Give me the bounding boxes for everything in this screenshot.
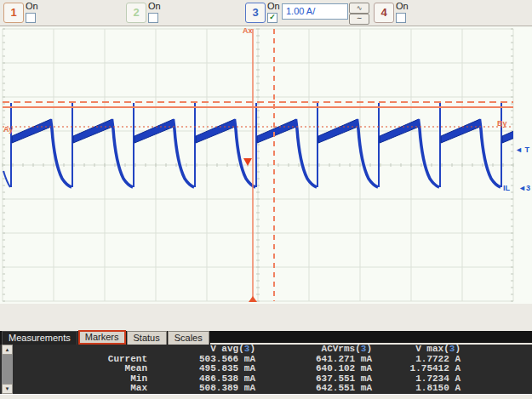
tab-scales[interactable]: Scales <box>168 331 209 345</box>
channel-3-trace-name: IL <box>503 185 510 192</box>
channel-3-ground-marker[interactable]: ◄3 <box>518 185 530 192</box>
marker-ay-label[interactable]: Ay <box>3 126 13 134</box>
table-header-row: V avg(3) ACVrms(3) V max(3) <box>0 345 532 355</box>
window-bottom-edge <box>0 394 532 399</box>
coupling-ac-icon[interactable]: ∿ <box>349 3 369 14</box>
channel-2-on-label: On <box>148 1 169 11</box>
channel-1-on-checkbox[interactable] <box>26 13 36 23</box>
trigger-level-marker[interactable]: ◄ T <box>515 146 529 154</box>
col-header-acvrms: ACVrms(3) <box>255 345 372 355</box>
channel-4-on-label: On <box>396 1 416 11</box>
tab-measurements[interactable]: Measurements <box>2 331 77 345</box>
tab-bar-filler <box>210 331 532 345</box>
channel-3-button[interactable]: 3 <box>245 3 266 23</box>
scroll-up-icon[interactable]: ▲ <box>2 345 13 355</box>
channel-3-on-checkbox[interactable]: ✓ <box>267 13 277 23</box>
oscilloscope-app: 1 On 2 On 3 On ✓ 1.00 A/ ∿ ∼ 4 On Ax Ay … <box>0 0 532 399</box>
col-header-vavg: V avg(3) <box>147 345 255 355</box>
channel-4-on-checkbox[interactable] <box>396 13 406 23</box>
table-row: Max 508.389 mA 642.551 mA 1.8150 A <box>0 384 532 394</box>
marker-by-label[interactable]: By <box>497 120 507 128</box>
results-tab-bar: Measurements Markers Status Scales <box>0 331 532 345</box>
channel-2-on-checkbox[interactable] <box>148 13 158 23</box>
channel-3-scale-field[interactable]: 1.00 A/ <box>282 3 348 20</box>
col-header-vmax: V max(3) <box>372 345 460 355</box>
channel-1-on-group: On <box>26 1 46 23</box>
channel-4-on-group: On <box>396 1 416 23</box>
coupling-dc-icon[interactable]: ∼ <box>349 14 369 25</box>
horizontal-trigger-toolbar: ↑ ▲ ▼ ▲ ▼ ↗ ☀ H 2.00 µs/ <box>0 304 532 331</box>
measurements-panel: V avg(3) ACVrms(3) V max(3) Current 503.… <box>0 345 532 394</box>
channel-2-button[interactable]: 2 <box>126 3 146 23</box>
table-row: Mean 495.835 mA 640.102 mA 1.75412 A <box>0 364 532 374</box>
tab-markers[interactable]: Markers <box>78 330 126 345</box>
channel-2-on-group: On <box>148 1 169 23</box>
channel-1-on-label: On <box>26 1 46 11</box>
waveform-display <box>0 26 532 305</box>
channel-toolbar: 1 On 2 On 3 On ✓ 1.00 A/ ∿ ∼ 4 On <box>0 0 532 26</box>
measurements-scrollbar[interactable]: ▲ ▼ <box>2 345 13 394</box>
tab-status[interactable]: Status <box>127 331 167 345</box>
channel-4-button[interactable]: 4 <box>374 3 394 23</box>
scroll-down-icon[interactable]: ▼ <box>2 384 13 394</box>
scope-grid-and-trace <box>0 26 532 305</box>
channel-1-button[interactable]: 1 <box>3 3 24 23</box>
marker-ax-label[interactable]: Ax <box>243 27 253 35</box>
